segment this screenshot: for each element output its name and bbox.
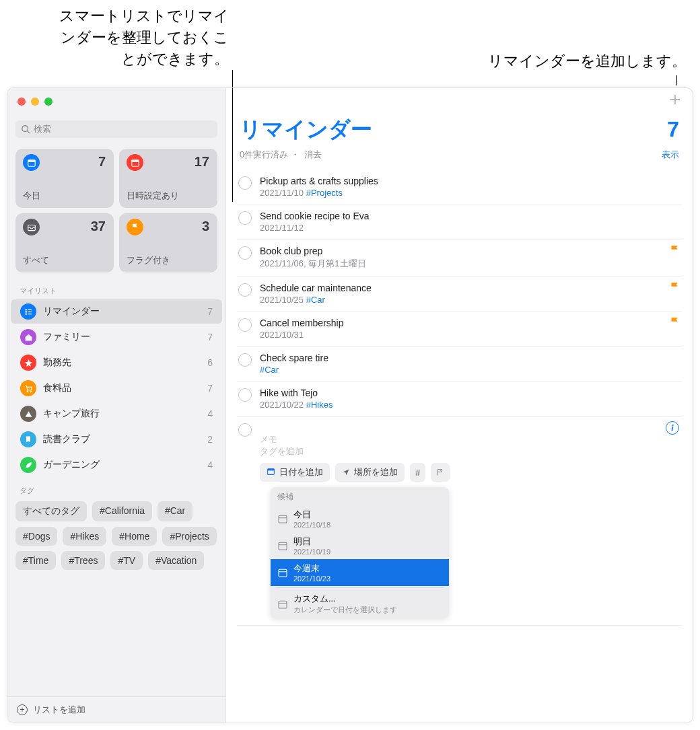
- svg-point-9: [26, 314, 26, 314]
- tag-chip[interactable]: #Trees: [61, 551, 105, 570]
- reminder-title: Schedule car maintenance: [260, 283, 680, 293]
- calendar-icon: [127, 154, 143, 171]
- calendar-icon: [23, 154, 40, 171]
- smart-list-今日[interactable]: 7 今日: [15, 149, 114, 208]
- search-input[interactable]: 検索: [15, 120, 217, 138]
- complete-toggle[interactable]: [238, 283, 252, 297]
- list-count: 4: [207, 460, 213, 470]
- toolbar: [226, 88, 693, 111]
- add-date-chip[interactable]: 日付を追加: [260, 463, 330, 482]
- complete-toggle[interactable]: [238, 246, 252, 260]
- svg-rect-5: [131, 159, 139, 161]
- reminder-title: Send cookie recipe to Eva: [260, 211, 680, 221]
- complete-toggle[interactable]: [238, 353, 252, 367]
- list-count: 7: [667, 117, 679, 142]
- minimize-button[interactable]: [31, 98, 39, 106]
- new-reminder-row[interactable]: メモ タグを追加 日付を追加 場所を追加 # 候補 今日2021/10/18 明…: [237, 417, 682, 626]
- list-name: 勤務先: [43, 357, 201, 369]
- suggestion-custom[interactable]: カスタム...カレンダーで日付を選択します: [271, 589, 449, 618]
- svg-point-8: [26, 311, 26, 312]
- list-count: 7: [207, 306, 213, 317]
- tag-chip[interactable]: #Home: [112, 527, 157, 546]
- suggestion-今週末[interactable]: 今週末2021/10/23: [271, 559, 449, 586]
- tag-chip[interactable]: #Projects: [162, 527, 216, 546]
- add-reminder-button[interactable]: [668, 93, 682, 106]
- reminder-title: Book club prep: [260, 246, 680, 256]
- info-button[interactable]: i: [666, 421, 679, 435]
- list-row-リマインダー[interactable]: リマインダー 7: [11, 299, 222, 324]
- reminder-item[interactable]: Check spare tire #Car: [237, 347, 682, 382]
- suggestion-今日[interactable]: 今日2021/10/18: [271, 505, 449, 532]
- list-row-食料品[interactable]: 食料品 7: [11, 376, 222, 400]
- list-row-勤務先[interactable]: 勤務先 6: [11, 351, 222, 375]
- smart-label: 日時設定あり: [127, 190, 210, 202]
- smart-count: 37: [91, 219, 106, 234]
- tag-chip[interactable]: #TV: [110, 551, 143, 570]
- flag-icon: [669, 281, 680, 295]
- complete-toggle[interactable]: [238, 388, 252, 402]
- list-name: 読書クラブ: [43, 433, 201, 445]
- zoom-button[interactable]: [44, 98, 53, 106]
- tag-chip[interactable]: #Dogs: [15, 527, 57, 546]
- add-tag-placeholder: タグを追加: [260, 445, 680, 458]
- list-row-読書クラブ[interactable]: 読書クラブ 2: [11, 427, 222, 451]
- window-controls: [7, 88, 225, 107]
- smart-list-日時設定あり[interactable]: 17 日時設定あり: [119, 149, 217, 208]
- show-completed-button[interactable]: 表示: [662, 149, 679, 161]
- reminder-subtitle: #Car: [260, 365, 680, 375]
- suggestion-明日[interactable]: 明日2021/10/19: [271, 532, 449, 559]
- list-row-キャンプ旅行[interactable]: キャンプ旅行 4: [11, 402, 222, 426]
- reminder-title: Check spare tire: [260, 353, 680, 363]
- add-list-button[interactable]: + リストを追加: [7, 696, 225, 723]
- tag-chip[interactable]: #Hikes: [63, 527, 106, 546]
- complete-toggle[interactable]: [238, 318, 252, 332]
- reminder-subtitle: 2021/11/06, 毎月第1土曜日: [260, 258, 680, 270]
- list-name: キャンプ旅行: [43, 408, 201, 420]
- bookmark-icon: [20, 431, 36, 447]
- smart-count: 3: [202, 219, 209, 234]
- reminder-subtitle: 2021/11/12: [260, 223, 680, 233]
- clear-completed-button[interactable]: 消去: [304, 149, 322, 159]
- add-flag-chip[interactable]: [431, 463, 450, 482]
- reminder-item[interactable]: Hike with Tejo 2021/10/22 #Hikes: [237, 382, 682, 417]
- complete-toggle[interactable]: [238, 423, 252, 437]
- reminder-item[interactable]: Book club prep 2021/11/06, 毎月第1土曜日: [237, 240, 682, 277]
- tag-chip[interactable]: #California: [92, 501, 152, 521]
- add-location-chip[interactable]: 場所を追加: [335, 463, 405, 482]
- reminder-title: Hike with Tejo: [260, 388, 680, 398]
- tag-chip[interactable]: #Vacation: [148, 551, 204, 570]
- callout-smartlists: スマートリストでリマインダーを整理しておくことができます。: [54, 5, 229, 70]
- smart-list-フラグ付き[interactable]: 3 フラグ付き: [119, 213, 217, 272]
- reminder-item[interactable]: Pickup arts & crafts supplies 2021/11/10…: [237, 170, 682, 205]
- reminder-item[interactable]: Send cookie recipe to Eva 2021/11/12: [237, 205, 682, 240]
- reminder-item[interactable]: Schedule car maintenance 2021/10/25 #Car: [237, 277, 682, 312]
- tag-chip[interactable]: #Time: [15, 551, 56, 570]
- complete-toggle[interactable]: [238, 211, 252, 225]
- flag-icon: [669, 316, 680, 330]
- main-pane: リマインダー 7 0件実行済み ・ 消去 表示 Pickup arts & cr…: [226, 88, 693, 723]
- complete-toggle[interactable]: [238, 176, 252, 190]
- tag-chip[interactable]: すべてのタグ: [15, 501, 87, 521]
- close-button[interactable]: [18, 98, 26, 106]
- tray-icon: [23, 219, 40, 235]
- tent-icon: [20, 406, 36, 422]
- tag-chip[interactable]: #Car: [158, 501, 193, 521]
- list-row-ガーデニング[interactable]: ガーデニング 4: [11, 453, 222, 477]
- add-tag-chip[interactable]: #: [410, 463, 425, 482]
- reminder-title: Cancel membership: [260, 318, 680, 328]
- list-name: 食料品: [43, 382, 201, 394]
- star-icon: [20, 355, 36, 371]
- tags-header: タグ: [7, 478, 225, 499]
- add-list-label: リストを追加: [33, 704, 85, 716]
- list-icon: [20, 303, 36, 320]
- cart-icon: [20, 380, 36, 396]
- smart-list-すべて[interactable]: 37 すべて: [15, 213, 114, 272]
- reminder-item[interactable]: Cancel membership 2021/10/31: [237, 312, 682, 347]
- list-count: 6: [207, 357, 213, 368]
- list-row-ファミリー[interactable]: ファミリー 7: [11, 325, 222, 349]
- callout-line: [676, 75, 677, 85]
- reminders-window: 検索 7 今日 17 日時設定あり 37 すべて 3 フラグ付き マイリスト リ…: [7, 87, 693, 723]
- list-count: 4: [207, 408, 213, 419]
- search-icon: [21, 124, 30, 134]
- reminder-title: Pickup arts & crafts supplies: [260, 176, 680, 186]
